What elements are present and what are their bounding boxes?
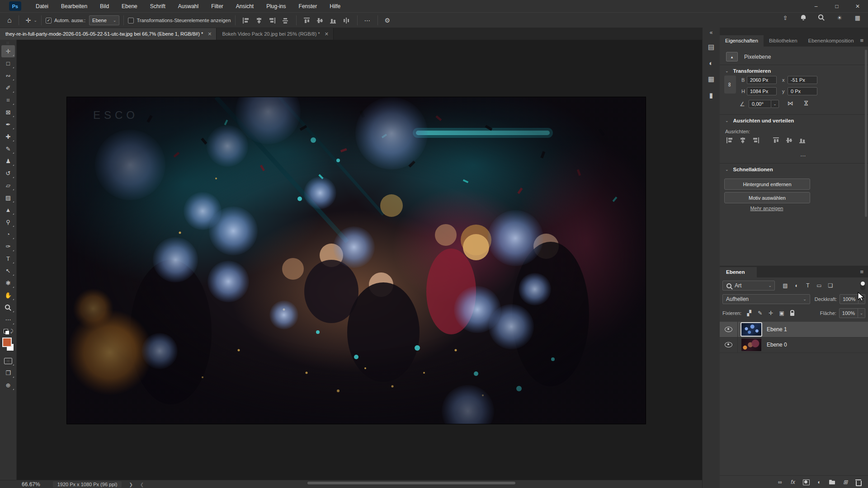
layer-thumbnail[interactable] (741, 323, 761, 336)
clone-stamp-tool[interactable]: ♟ (1, 155, 15, 167)
lock-pixels-icon[interactable]: ✎ (756, 309, 764, 317)
extra-tool-button[interactable]: ⊕ (1, 379, 15, 391)
filter-toggle[interactable] (860, 281, 865, 290)
height-field[interactable]: 1084 Px (747, 87, 777, 95)
layer-thumbnail[interactable] (741, 338, 761, 351)
foreground-color[interactable] (2, 338, 12, 347)
eraser-tool[interactable]: ▱ (1, 179, 15, 192)
shape-tool[interactable]: ❃ (1, 277, 15, 289)
close-icon[interactable]: ✕ (325, 31, 329, 37)
x-field[interactable]: -51 Px (788, 76, 817, 84)
status-arrow-left-icon[interactable]: ❮ (140, 482, 144, 487)
quick-actions-header[interactable]: ⌄ Schnellaktionen (725, 167, 773, 172)
maximize-button[interactable]: □ (826, 0, 847, 12)
pen-tool[interactable]: ✑ (1, 240, 15, 253)
more-options-icon[interactable]: ⋯ (362, 17, 373, 24)
workspace-icon[interactable]: ▦ (854, 14, 862, 22)
menu-item[interactable]: Ebene (115, 3, 144, 9)
align-middle-v-icon[interactable] (316, 17, 324, 24)
theme-icon[interactable]: ☀ (835, 14, 844, 22)
canvas-image[interactable]: ESCO (67, 97, 646, 424)
transform-section-header[interactable]: ⌄ Transformieren (725, 68, 771, 74)
flip-vertical-icon[interactable]: ⋈ (803, 100, 810, 106)
burn-tool[interactable]: ◔ (1, 228, 15, 240)
chevron-down-icon[interactable]: ⌄ (33, 18, 37, 23)
move-tool[interactable]: ✛ (1, 45, 15, 57)
status-arrow-right-icon[interactable]: ❯ (129, 482, 132, 487)
new-layer-icon[interactable]: ⊞ (841, 478, 849, 486)
history-panel-icon[interactable]: ▤ (708, 43, 714, 51)
menu-item[interactable]: Datei (29, 3, 55, 9)
properties-scrollbar[interactable] (865, 50, 867, 217)
transform-controls-checkbox[interactable] (128, 18, 134, 23)
auto-select-dropdown[interactable]: Ebene⌄ (89, 15, 119, 25)
layer-row-ebene-0[interactable]: Ebene 0 (720, 337, 868, 353)
menu-item[interactable]: Bearbeiten (55, 3, 94, 9)
align-center-h-icon[interactable] (739, 137, 747, 144)
align-center-h-icon[interactable] (255, 17, 263, 24)
align-left-icon[interactable] (242, 17, 250, 24)
adjustments-panel-icon[interactable]: ◐ (709, 59, 713, 67)
menu-item[interactable]: Fenster (292, 3, 324, 9)
type-tool[interactable]: T (1, 253, 15, 265)
align-middle-v-icon[interactable] (786, 137, 793, 144)
align-bottom-icon[interactable] (799, 137, 807, 144)
show-more-link[interactable]: Mehr anzeigen (720, 206, 814, 211)
document-tab-active[interactable]: they-re-in-full-party-mode-2026-01-05-05… (0, 28, 217, 40)
frame-tool[interactable]: ⊠ (1, 106, 15, 118)
menu-item[interactable]: Ansicht (230, 3, 260, 9)
filter-type-dropdown[interactable]: Art ⌄ (722, 281, 775, 291)
layer-row-ebene-1[interactable]: Ebene 1 (720, 322, 868, 338)
eyedropper-tool[interactable]: ✒ (1, 118, 15, 131)
swatch-panel-icon[interactable]: ▮ (709, 91, 713, 99)
filter-type-icon[interactable]: T (804, 282, 812, 290)
search-icon[interactable] (817, 14, 826, 22)
dodge-tool[interactable]: ⚲ (1, 216, 15, 228)
gradient-tool[interactable]: ▨ (1, 192, 15, 204)
tab-ebenenkomposition[interactable]: Ebenenkomposition (803, 35, 859, 47)
bell-icon[interactable] (799, 14, 807, 22)
link-layers-icon[interactable]: ∞ (776, 478, 784, 486)
opacity-field[interactable]: 100% (840, 294, 859, 304)
adjustment-layer-icon[interactable]: ◐ (815, 478, 823, 486)
y-field[interactable]: 0 Px (788, 87, 817, 95)
share-icon[interactable]: ⇧ (781, 14, 789, 22)
link-dimensions-icon[interactable]: ∞ (724, 75, 736, 94)
panel-menu-icon[interactable]: ≡ (860, 37, 863, 44)
close-icon[interactable]: ✕ (208, 31, 212, 37)
history-brush-tool[interactable]: ↺ (1, 167, 15, 179)
lock-all-icon[interactable] (788, 309, 797, 317)
menu-item[interactable]: Schrift (144, 3, 172, 9)
channels-panel-icon[interactable]: ▦ (708, 75, 714, 83)
swap-colors-icon[interactable]: ⤸ (3, 328, 13, 336)
lock-position-icon[interactable]: ✛ (767, 309, 775, 317)
layer-effects-icon[interactable]: fx (789, 478, 797, 486)
lock-transparency-icon[interactable]: ▞ (745, 309, 753, 317)
menu-item[interactable]: Hilfe (323, 3, 347, 9)
distribute-v-icon[interactable] (343, 17, 350, 24)
tab-bibliotheken[interactable]: Bibliotheken (764, 35, 803, 47)
angle-field[interactable]: 0,00° (749, 100, 771, 108)
lock-artboard-icon[interactable]: ▣ (778, 309, 786, 317)
filter-smartobject-icon[interactable]: ❏ (826, 282, 835, 290)
expand-panels-icon[interactable]: « (710, 29, 713, 36)
marquee-tool[interactable]: □ (1, 57, 15, 70)
healing-brush-tool[interactable]: ✚ (1, 131, 15, 143)
layer-group-icon[interactable] (828, 478, 836, 486)
layer-visibility-icon[interactable] (725, 342, 732, 347)
minimize-button[interactable]: – (806, 0, 826, 12)
remove-background-button[interactable]: Hintergrund entfernen (724, 178, 810, 190)
fill-field[interactable]: 100% (839, 308, 858, 318)
layer-mask-icon[interactable] (802, 478, 810, 486)
align-right-icon[interactable] (269, 17, 276, 24)
angle-dropdown[interactable]: ⌄ (771, 100, 779, 108)
quick-mask-button[interactable]: ◌ (1, 355, 15, 367)
lasso-tool[interactable]: ∾ (1, 70, 15, 82)
auto-select-checkbox[interactable]: ✓ (46, 18, 52, 23)
zoom-tool[interactable] (1, 301, 15, 314)
zoom-level-field[interactable]: 66.67% (22, 481, 40, 488)
toolbar-grip[interactable]: ∷ (7, 42, 9, 45)
move-tool-icon[interactable]: ✛ (23, 17, 34, 24)
horizontal-scrollbar[interactable] (307, 482, 515, 484)
align-right-icon[interactable] (752, 137, 760, 144)
